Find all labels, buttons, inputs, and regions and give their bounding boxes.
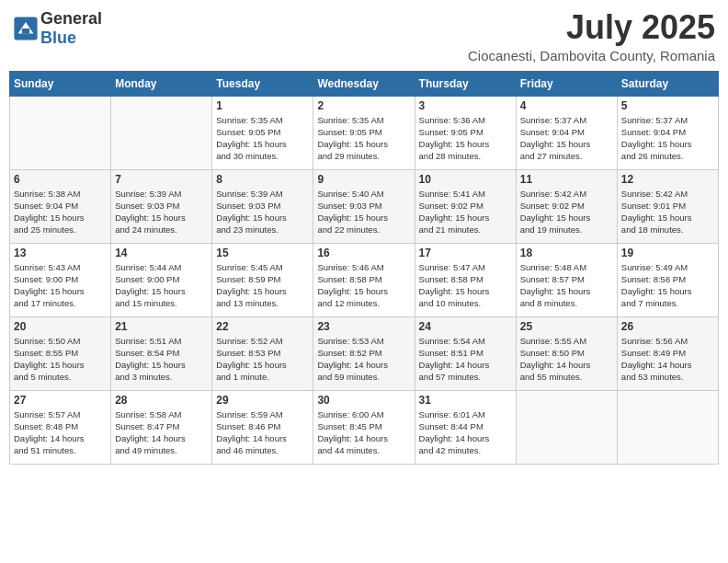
weekday-header-sunday: Sunday bbox=[10, 71, 111, 96]
calendar-cell: 8Sunrise: 5:39 AMSunset: 9:03 PMDaylight… bbox=[212, 169, 313, 243]
calendar-cell: 28Sunrise: 5:58 AMSunset: 8:47 PMDayligh… bbox=[111, 390, 212, 464]
logo-general: General bbox=[40, 9, 102, 28]
calendar-cell: 19Sunrise: 5:49 AMSunset: 8:56 PMDayligh… bbox=[617, 243, 718, 316]
calendar-week-row: 1Sunrise: 5:35 AMSunset: 9:05 PMDaylight… bbox=[10, 96, 719, 169]
day-info: Sunrise: 5:57 AMSunset: 8:48 PMDaylight:… bbox=[14, 408, 107, 457]
calendar-cell: 21Sunrise: 5:51 AMSunset: 8:54 PMDayligh… bbox=[111, 316, 212, 390]
day-info: Sunrise: 5:58 AMSunset: 8:47 PMDaylight:… bbox=[115, 408, 208, 457]
calendar-cell: 3Sunrise: 5:36 AMSunset: 9:05 PMDaylight… bbox=[415, 96, 516, 169]
day-info: Sunrise: 5:54 AMSunset: 8:51 PMDaylight:… bbox=[419, 335, 512, 384]
day-number: 2 bbox=[317, 99, 410, 112]
day-number: 15 bbox=[216, 247, 309, 259]
day-info: Sunrise: 5:44 AMSunset: 9:00 PMDaylight:… bbox=[115, 261, 208, 310]
day-info: Sunrise: 5:40 AMSunset: 9:03 PMDaylight:… bbox=[317, 188, 410, 236]
calendar-cell: 26Sunrise: 5:56 AMSunset: 8:49 PMDayligh… bbox=[617, 316, 718, 390]
calendar-cell: 10Sunrise: 5:41 AMSunset: 9:02 PMDayligh… bbox=[415, 169, 516, 243]
logo: General Blue bbox=[13, 9, 102, 48]
day-number: 4 bbox=[520, 99, 613, 112]
logo-text: General Blue bbox=[40, 9, 102, 48]
day-number: 22 bbox=[216, 320, 309, 333]
calendar-cell bbox=[516, 390, 617, 464]
day-number: 24 bbox=[419, 320, 512, 333]
calendar-week-row: 27Sunrise: 5:57 AMSunset: 8:48 PMDayligh… bbox=[10, 390, 719, 464]
calendar-cell: 24Sunrise: 5:54 AMSunset: 8:51 PMDayligh… bbox=[415, 316, 516, 390]
day-number: 16 bbox=[317, 247, 410, 259]
calendar-cell: 29Sunrise: 5:59 AMSunset: 8:46 PMDayligh… bbox=[212, 390, 313, 464]
day-number: 31 bbox=[419, 394, 512, 407]
day-number: 19 bbox=[621, 247, 714, 259]
calendar-cell bbox=[111, 96, 212, 169]
day-info: Sunrise: 5:36 AMSunset: 9:05 PMDaylight:… bbox=[419, 114, 512, 163]
day-info: Sunrise: 5:35 AMSunset: 9:05 PMDaylight:… bbox=[317, 114, 410, 163]
day-info: Sunrise: 5:35 AMSunset: 9:05 PMDaylight:… bbox=[216, 114, 309, 163]
day-number: 12 bbox=[621, 173, 714, 186]
day-number: 10 bbox=[419, 173, 512, 186]
logo-blue: Blue bbox=[40, 29, 76, 47]
day-number: 11 bbox=[520, 173, 613, 186]
day-number: 23 bbox=[317, 320, 410, 333]
calendar-cell: 15Sunrise: 5:45 AMSunset: 8:59 PMDayligh… bbox=[212, 243, 313, 316]
weekday-header-friday: Friday bbox=[516, 71, 617, 96]
calendar-week-row: 6Sunrise: 5:38 AMSunset: 9:04 PMDaylight… bbox=[10, 169, 719, 243]
calendar-cell: 31Sunrise: 6:01 AMSunset: 8:44 PMDayligh… bbox=[415, 390, 516, 464]
month-year-title: July 2025 bbox=[468, 9, 715, 46]
day-number: 8 bbox=[216, 173, 309, 186]
day-number: 27 bbox=[14, 394, 107, 407]
day-info: Sunrise: 5:37 AMSunset: 9:04 PMDaylight:… bbox=[520, 114, 613, 163]
calendar-cell: 17Sunrise: 5:47 AMSunset: 8:58 PMDayligh… bbox=[415, 243, 516, 316]
day-info: Sunrise: 5:43 AMSunset: 9:00 PMDaylight:… bbox=[14, 261, 107, 310]
day-info: Sunrise: 5:37 AMSunset: 9:04 PMDaylight:… bbox=[621, 114, 714, 163]
calendar-cell: 11Sunrise: 5:42 AMSunset: 9:02 PMDayligh… bbox=[516, 169, 617, 243]
logo-icon bbox=[13, 16, 39, 41]
weekday-header-wednesday: Wednesday bbox=[313, 71, 415, 96]
calendar-cell: 18Sunrise: 5:48 AMSunset: 8:57 PMDayligh… bbox=[516, 243, 617, 316]
calendar-cell bbox=[10, 96, 111, 169]
calendar-cell: 25Sunrise: 5:55 AMSunset: 8:50 PMDayligh… bbox=[516, 316, 617, 390]
day-number: 6 bbox=[14, 173, 107, 186]
day-info: Sunrise: 5:48 AMSunset: 8:57 PMDaylight:… bbox=[520, 261, 613, 310]
location-subtitle: Ciocanesti, Dambovita County, Romania bbox=[468, 48, 715, 63]
day-info: Sunrise: 5:59 AMSunset: 8:46 PMDaylight:… bbox=[216, 408, 309, 457]
day-number: 21 bbox=[115, 320, 208, 333]
day-info: Sunrise: 5:42 AMSunset: 9:02 PMDaylight:… bbox=[520, 188, 613, 236]
day-number: 14 bbox=[115, 247, 208, 259]
calendar-cell: 12Sunrise: 5:42 AMSunset: 9:01 PMDayligh… bbox=[617, 169, 718, 243]
calendar-cell: 7Sunrise: 5:39 AMSunset: 9:03 PMDaylight… bbox=[111, 169, 212, 243]
day-info: Sunrise: 5:51 AMSunset: 8:54 PMDaylight:… bbox=[115, 335, 208, 384]
svg-rect-2 bbox=[22, 29, 29, 34]
day-number: 18 bbox=[520, 247, 613, 259]
calendar-table: SundayMondayTuesdayWednesdayThursdayFrid… bbox=[9, 71, 719, 465]
calendar-cell: 5Sunrise: 5:37 AMSunset: 9:04 PMDaylight… bbox=[617, 96, 718, 169]
calendar-cell: 20Sunrise: 5:50 AMSunset: 8:55 PMDayligh… bbox=[10, 316, 111, 390]
weekday-header-row: SundayMondayTuesdayWednesdayThursdayFrid… bbox=[10, 71, 719, 96]
title-area: July 2025 Ciocanesti, Dambovita County, … bbox=[468, 9, 715, 63]
day-info: Sunrise: 5:50 AMSunset: 8:55 PMDaylight:… bbox=[14, 335, 107, 384]
day-info: Sunrise: 5:53 AMSunset: 8:52 PMDaylight:… bbox=[317, 335, 410, 384]
calendar-cell bbox=[617, 390, 718, 464]
calendar-cell: 27Sunrise: 5:57 AMSunset: 8:48 PMDayligh… bbox=[10, 390, 111, 464]
day-number: 30 bbox=[317, 394, 410, 407]
day-info: Sunrise: 5:39 AMSunset: 9:03 PMDaylight:… bbox=[115, 188, 208, 236]
calendar-cell: 22Sunrise: 5:52 AMSunset: 8:53 PMDayligh… bbox=[212, 316, 313, 390]
calendar-cell: 23Sunrise: 5:53 AMSunset: 8:52 PMDayligh… bbox=[313, 316, 415, 390]
day-number: 3 bbox=[419, 99, 512, 112]
day-number: 25 bbox=[520, 320, 613, 333]
day-number: 1 bbox=[216, 99, 309, 112]
calendar-cell: 1Sunrise: 5:35 AMSunset: 9:05 PMDaylight… bbox=[212, 96, 313, 169]
calendar-cell: 16Sunrise: 5:46 AMSunset: 8:58 PMDayligh… bbox=[313, 243, 415, 316]
day-info: Sunrise: 5:47 AMSunset: 8:58 PMDaylight:… bbox=[419, 261, 512, 310]
calendar-cell: 9Sunrise: 5:40 AMSunset: 9:03 PMDaylight… bbox=[313, 169, 415, 243]
day-info: Sunrise: 5:41 AMSunset: 9:02 PMDaylight:… bbox=[419, 188, 512, 236]
calendar-cell: 13Sunrise: 5:43 AMSunset: 9:00 PMDayligh… bbox=[10, 243, 111, 316]
day-info: Sunrise: 5:49 AMSunset: 8:56 PMDaylight:… bbox=[621, 261, 714, 310]
weekday-header-thursday: Thursday bbox=[415, 71, 516, 96]
calendar-week-row: 20Sunrise: 5:50 AMSunset: 8:55 PMDayligh… bbox=[10, 316, 719, 390]
day-number: 13 bbox=[14, 247, 107, 259]
day-info: Sunrise: 5:56 AMSunset: 8:49 PMDaylight:… bbox=[621, 335, 714, 384]
day-number: 5 bbox=[621, 99, 714, 112]
day-number: 28 bbox=[115, 394, 208, 407]
calendar-week-row: 13Sunrise: 5:43 AMSunset: 9:00 PMDayligh… bbox=[10, 243, 719, 316]
day-info: Sunrise: 5:52 AMSunset: 8:53 PMDaylight:… bbox=[216, 335, 309, 384]
calendar-cell: 6Sunrise: 5:38 AMSunset: 9:04 PMDaylight… bbox=[10, 169, 111, 243]
weekday-header-monday: Monday bbox=[111, 71, 212, 96]
